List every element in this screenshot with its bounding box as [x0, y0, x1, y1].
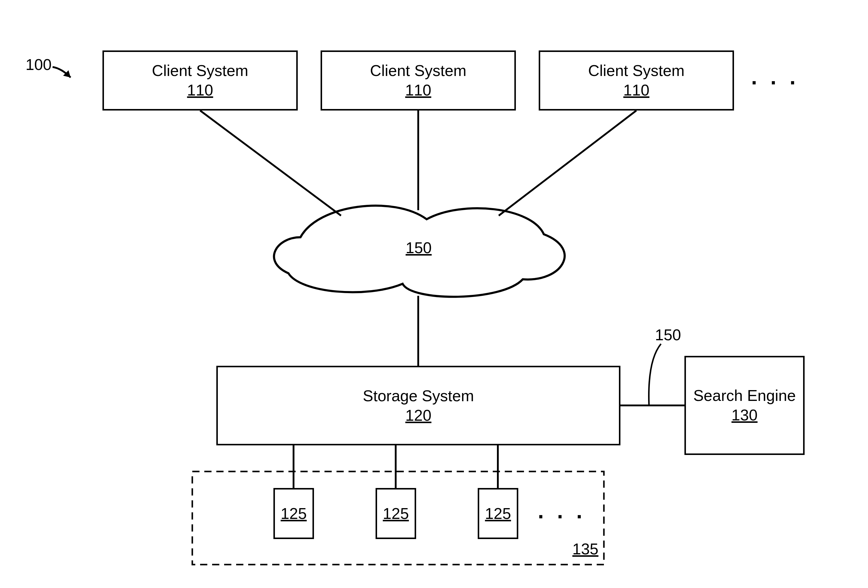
storage-title: Storage System	[363, 386, 474, 406]
storage-num: 120	[405, 406, 431, 425]
diagram-stage: 100 Client System 110 Client System 110 …	[0, 0, 868, 588]
client-c-num: 110	[623, 81, 650, 100]
store-a-num: 125	[280, 504, 307, 523]
search-num: 130	[732, 405, 758, 425]
top-ellipsis: . . .	[751, 65, 799, 89]
client-system-box-b: Client System 110	[320, 50, 516, 111]
client-system-box-a: Client System 110	[102, 50, 298, 111]
search-title: Search Engine	[693, 386, 796, 405]
store-c-num: 125	[485, 504, 511, 523]
client-c-title: Client System	[588, 61, 685, 81]
svg-line-1	[200, 111, 341, 216]
svg-marker-0	[63, 70, 71, 78]
client-a-title: Client System	[152, 61, 248, 81]
figure-reference-label: 100	[25, 56, 52, 74]
svg-line-3	[499, 111, 636, 216]
store-b-num: 125	[383, 504, 409, 523]
storage-system-box: Storage System 120	[216, 366, 620, 445]
client-b-title: Client System	[370, 61, 466, 81]
search-engine-box: Search Engine 130	[684, 356, 805, 455]
client-b-num: 110	[405, 81, 431, 100]
store-box-a: 125	[273, 488, 314, 539]
bottom-ellipsis: . . .	[538, 498, 586, 523]
client-system-box-c: Client System 110	[539, 50, 734, 111]
client-a-num: 110	[187, 81, 213, 100]
store-box-c: 125	[478, 488, 518, 539]
connector-label: 150	[655, 326, 681, 344]
cloud-num: 150	[406, 239, 432, 257]
store-group-num: 135	[572, 540, 598, 558]
store-box-b: 125	[376, 488, 416, 539]
